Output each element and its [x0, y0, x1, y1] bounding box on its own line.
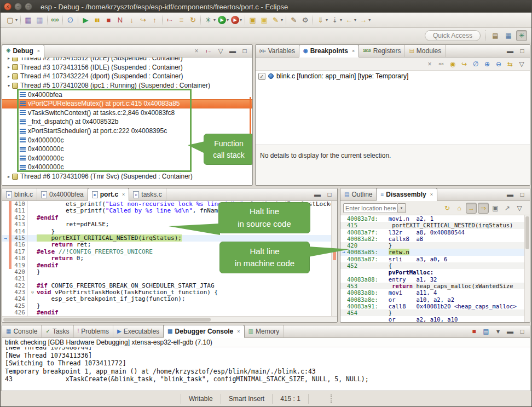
- debug-button[interactable]: ✳▾: [203, 15, 217, 25]
- tab-registers[interactable]: 1010Registers: [359, 45, 405, 57]
- location-input[interactable]: [343, 203, 398, 213]
- tab-close-icon[interactable]: ×: [430, 192, 433, 197]
- tree-expander-icon[interactable]: ▸: [5, 174, 12, 179]
- maximize-button[interactable]: □: [517, 326, 528, 337]
- tab-variables[interactable]: (x)=Variables: [256, 45, 299, 57]
- tab-0x4000bfea[interactable]: c0x4000bfea: [37, 188, 88, 200]
- minimize-button[interactable]: ▬: [505, 189, 516, 200]
- remove-all-breakpoints-button[interactable]: ××: [436, 59, 446, 69]
- editor-overview-ruler[interactable]: [331, 201, 337, 316]
- maximize-button[interactable]: □: [239, 45, 250, 56]
- next-annotation-button[interactable]: ⇣▾: [329, 15, 343, 25]
- step-return-button[interactable]: ↑: [149, 15, 160, 25]
- minimize-button[interactable]: ▬: [505, 326, 516, 337]
- breakpoint-row[interactable]: ✓ blink.c [function: app_main] [type: Te…: [256, 71, 530, 82]
- location-dropdown[interactable]: ▾: [398, 203, 406, 213]
- disassembly-scrollbar[interactable]: [524, 215, 530, 322]
- back-button[interactable]: ←▾: [343, 15, 357, 25]
- tab-modules[interactable]: ▤Modules: [405, 45, 446, 57]
- binary-view-button[interactable]: 010: [49, 15, 61, 25]
- disassembly-listing[interactable]: 40083a7d: movi.n a2, 1415 portEXIT_CRITI…: [340, 215, 530, 322]
- tab-breakpoints[interactable]: ◉Breakpoints×: [299, 44, 359, 58]
- breakpoint-checkbox[interactable]: ✓: [258, 73, 265, 80]
- disasm-line[interactable]: 420 }: [340, 242, 530, 249]
- tab-debugger-console[interactable]: ▦Debugger Console×: [163, 325, 244, 338]
- last-edit-location-button-dropdown[interactable]: ▾: [326, 18, 328, 22]
- tab-debug[interactable]: ✳Debug×: [2, 44, 44, 58]
- view-menu-button[interactable]: ▽: [517, 59, 527, 69]
- home-button[interactable]: ⌂: [454, 203, 465, 214]
- instruction-stepping-mode-button[interactable]: i→: [203, 45, 214, 56]
- disasm-line[interactable]: or a2, a10, a10: [340, 316, 530, 322]
- tab-tasks[interactable]: ✓Tasks: [42, 325, 73, 337]
- tab-memory[interactable]: ▥Memory: [245, 325, 284, 337]
- terminate-button[interactable]: ■: [469, 326, 479, 337]
- disasm-line[interactable]: 415 portEXIT_CRITICAL_NESTED(irqStatus): [340, 222, 530, 228]
- disasm-line[interactable]: 40083a7f: l32r a8, 0x40080544: [340, 229, 530, 236]
- run-button[interactable]: ▶▾: [217, 15, 230, 25]
- external-tools-button[interactable]: ▶▾: [230, 15, 243, 25]
- cpp-perspective-button[interactable]: ▦: [503, 30, 514, 41]
- maximize-button[interactable]: □: [517, 45, 528, 56]
- save-button[interactable]: ▦: [22, 15, 34, 25]
- suspend-button[interactable]: ▮▮: [91, 15, 103, 25]
- debug-stack-frame[interactable]: 0x4000bfea: [2, 90, 252, 99]
- next-annotation-button-dropdown[interactable]: ▾: [340, 18, 342, 22]
- disasm-line[interactable]: →40083a85: retw.n: [340, 249, 530, 255]
- tab-outline[interactable]: ▤Outline: [340, 188, 377, 200]
- remove-breakpoint-button[interactable]: ×: [425, 59, 435, 69]
- search-button-dropdown[interactable]: ▾: [281, 18, 283, 22]
- debug-stack-frame[interactable]: _frxt_dispatch() at 0x4008532b: [2, 117, 252, 127]
- disasm-line[interactable]: 454 }: [340, 309, 530, 316]
- disasm-line[interactable]: pvPortMalloc:: [340, 269, 530, 276]
- debug-perspective-button[interactable]: ✳: [516, 30, 527, 41]
- debug-thread-row[interactable]: ▾Thread #5 1073410208 (ipc1 : Running) (…: [2, 81, 252, 90]
- mark-occurrences-button[interactable]: ✎: [288, 15, 299, 25]
- window-maximize-icon[interactable]: □: [25, 3, 32, 10]
- forward-button-dropdown[interactable]: ▾: [368, 18, 371, 22]
- last-edit-location-button[interactable]: ⇓▾: [315, 15, 329, 25]
- window-minimize-icon[interactable]: −: [14, 3, 22, 10]
- disasm-line[interactable]: 40083a91: call8 0x40081b20 <heap_caps_ma…: [340, 303, 530, 309]
- open-element-button[interactable]: ▣: [247, 15, 258, 25]
- disasm-line[interactable]: 452 {: [340, 262, 530, 269]
- debug-stack-frame[interactable]: vTaskSwitchContext() at tasks.c:2,846 0x…: [2, 108, 252, 118]
- tree-expander-icon[interactable]: ▸: [5, 74, 12, 79]
- go-to-file-button[interactable]: ↪: [459, 59, 469, 69]
- debug-thread-row[interactable]: ▸Thread #2 1073415512 (IDLE) (Suspended …: [2, 58, 252, 63]
- disasm-line[interactable]: 40083a8b: movi a11, 4: [340, 289, 530, 296]
- editor-horizontal-scrollbar[interactable]: [2, 316, 337, 322]
- tab-close-icon[interactable]: ×: [122, 192, 125, 197]
- external-tools-button-dropdown[interactable]: ▾: [240, 18, 242, 22]
- save-all-button[interactable]: ▦: [34, 15, 45, 25]
- console-output[interactable]: [New Thread 1073468744][New Thread 10734…: [2, 347, 530, 391]
- debug-thread-row[interactable]: ▸Thread #4 1073432224 (dport) (Suspended…: [2, 72, 252, 81]
- link-with-debug-view-button[interactable]: ⇆: [505, 59, 515, 69]
- tab-tasks-c[interactable]: ctasks.c: [129, 188, 166, 200]
- code-line[interactable]: 424 esp_set_breakpoint_if_jtag(function)…: [2, 296, 337, 302]
- disconnect-button[interactable]: N: [114, 15, 126, 25]
- run-button-dropdown[interactable]: ▾: [227, 18, 229, 22]
- tab-console[interactable]: ▦Console: [2, 325, 42, 337]
- view-menu-button[interactable]: ▽: [514, 203, 525, 214]
- step-into-button[interactable]: ↓: [126, 15, 137, 25]
- minimize-button[interactable]: ▬: [227, 45, 238, 56]
- disasm-line[interactable]: 40083a8e: or a10, a2, a2: [340, 296, 530, 303]
- tab-problems[interactable]: !Problems: [74, 325, 113, 337]
- remove-all-terminated-button[interactable]: ×: [191, 45, 202, 56]
- back-button-dropdown[interactable]: ▾: [354, 18, 356, 22]
- restart-button[interactable]: ↻: [187, 15, 199, 25]
- follow-pc-button[interactable]: →: [466, 203, 477, 214]
- display-selected-console-button[interactable]: ▤: [481, 326, 491, 337]
- resume-button[interactable]: ▶: [80, 15, 91, 25]
- tab-close-icon[interactable]: ×: [352, 48, 355, 54]
- view-menu-button[interactable]: ▽: [215, 45, 226, 56]
- minimize-button[interactable]: ▬: [312, 189, 323, 200]
- build-all-button[interactable]: ⚙: [299, 15, 311, 25]
- show-supported-breakpoints-button[interactable]: ◉: [448, 59, 458, 69]
- maximize-button[interactable]: □: [517, 189, 528, 200]
- disasm-line[interactable]: 40083a7d: movi.n a2, 1: [340, 215, 530, 222]
- debug-thread-row[interactable]: ▸Thread #3 1073413156 (IDLE) (Suspended …: [2, 63, 252, 72]
- collapse-all-button[interactable]: ⊖: [494, 59, 504, 69]
- console-dropdown[interactable]: ▾: [493, 326, 504, 337]
